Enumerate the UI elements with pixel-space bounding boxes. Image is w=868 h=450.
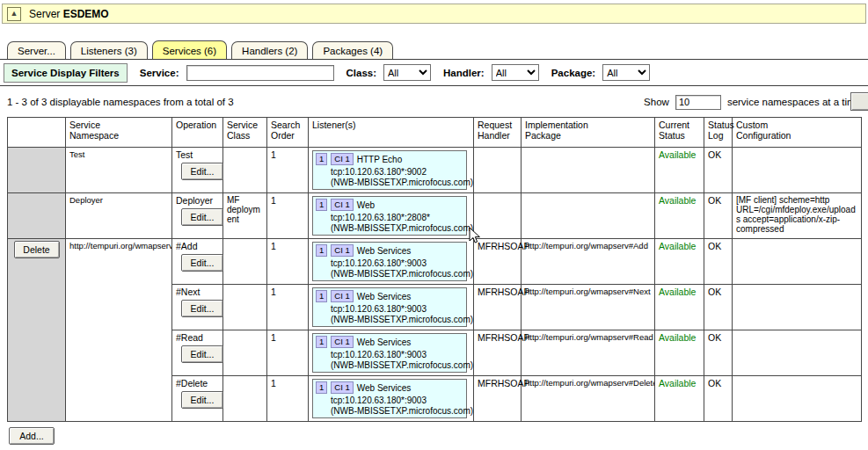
tab-handlers[interactable]: Handlers (2) xyxy=(231,41,308,59)
search-order-cell: 1 xyxy=(267,285,309,330)
listener-class-badge: CI 1 xyxy=(331,336,353,348)
collapse-triangle-icon[interactable]: ▲ xyxy=(7,7,21,21)
listener-class-badge: CI 1 xyxy=(331,290,353,302)
handler-filter-label: Handler: xyxy=(443,68,485,78)
listener-index-badge: 1 xyxy=(316,199,327,211)
search-order-cell: 1 xyxy=(267,376,309,422)
pagination-row: 1 - 3 of 3 displayable namespaces from a… xyxy=(7,92,861,112)
current-status-cell: Available xyxy=(655,239,704,285)
listener-name: Web Services xyxy=(357,383,412,393)
tab-services[interactable]: Services (6) xyxy=(152,40,227,59)
custom-configuration-cell xyxy=(733,376,862,422)
server-title: Server ESDEMO xyxy=(29,8,109,20)
status-log-cell: OK xyxy=(704,376,733,422)
listener-class-badge: CI 1 xyxy=(331,381,353,394)
request-handler-cell: MFRHSOAP xyxy=(474,239,522,285)
implementation-package-cell: http://tempuri.org/wmapserv#Next xyxy=(522,285,655,330)
package-filter-label: Package: xyxy=(551,68,596,78)
tab-server[interactable]: Server... xyxy=(7,41,66,59)
search-order-cell: 1 xyxy=(267,239,309,285)
operation-cell: #Next Edit... xyxy=(172,285,223,330)
actions-cell xyxy=(8,193,66,239)
header-actions xyxy=(8,118,66,148)
header-implementation-package: Implementation Package xyxy=(522,118,655,148)
tab-packages[interactable]: Packages (4) xyxy=(312,41,393,59)
edit-button[interactable]: Edit... xyxy=(181,208,223,226)
listener-address: tcp:10.120.63.180*:9003 xyxy=(313,349,466,359)
implementation-package-cell: http://tempuri.org/wmapserv#Read xyxy=(522,330,655,376)
implementation-package-cell: http://tempuri.org/wmapserv#Add xyxy=(522,239,655,285)
header-search-order: Search Order xyxy=(267,118,309,148)
service-namespace-cell: http://tempuri.org/wmapserv xyxy=(66,239,172,422)
add-button[interactable]: Add... xyxy=(9,427,55,445)
edit-button[interactable]: Edit... xyxy=(181,391,223,409)
current-status-cell: Available xyxy=(655,330,704,376)
listeners-cell: 1 CI 1 HTTP Echo tcp:10.120.63.180*:9002… xyxy=(309,148,474,193)
custom-configuration-cell xyxy=(733,330,862,376)
header-operation: Operation xyxy=(172,118,223,148)
service-class-cell xyxy=(223,148,267,193)
header-current-status: Current Status xyxy=(655,118,704,148)
show-count-input[interactable] xyxy=(675,95,721,110)
edit-button[interactable]: Edit... xyxy=(181,345,223,363)
class-filter-label: Class: xyxy=(346,68,377,78)
listener-address: tcp:10.120.63.180*:9003 xyxy=(313,258,466,268)
table-row: Deployer Deployer Edit... MF deployment … xyxy=(8,193,862,239)
package-filter-select[interactable]: All xyxy=(602,64,650,81)
edit-button[interactable]: Edit... xyxy=(181,163,223,180)
class-filter-select[interactable]: All xyxy=(383,64,431,81)
listener-host: (NWB-MBISSETXP.microfocus.com) xyxy=(313,268,466,279)
header-custom-configuration: Custom Configuration xyxy=(733,118,862,148)
listener-address: tcp:10.120.63.180*:2808* xyxy=(313,212,466,222)
edit-button[interactable]: Edit... xyxy=(181,254,223,272)
header-status-log: Status Log xyxy=(704,118,733,148)
request-handler-cell: MFRHSOAP xyxy=(474,376,522,422)
listener-name: HTTP Echo xyxy=(357,155,403,164)
service-filter-input[interactable] xyxy=(186,65,334,81)
custom-configuration-cell: [MF client] scheme=http URL=/cgi/mfdeplo… xyxy=(733,193,862,239)
service-filter-label: Service: xyxy=(140,68,179,78)
delete-button[interactable]: Delete xyxy=(14,241,60,258)
current-status-cell: Available xyxy=(655,285,704,330)
table-row: Test Test Edit... 1 1 CI 1 HTTP Echo tcp… xyxy=(8,148,862,193)
custom-configuration-cell xyxy=(733,239,862,285)
status-log-cell: OK xyxy=(704,239,733,285)
listener-index-badge: 1 xyxy=(316,336,327,348)
service-class-cell: MF deployment xyxy=(223,193,267,239)
handler-filter-select[interactable]: All xyxy=(492,64,539,81)
search-order-cell: 1 xyxy=(267,148,309,193)
current-status-cell: Available xyxy=(655,376,704,422)
header-request-handler: Request Handler xyxy=(474,118,522,148)
filter-title: Service Display Filters xyxy=(4,63,128,83)
operation-cell: Test Edit... xyxy=(172,148,223,193)
listener-index-badge: 1 xyxy=(316,290,327,302)
implementation-package-cell xyxy=(522,148,655,193)
listeners-cell: 1 CI 1 Web Services tcp:10.120.63.180*:9… xyxy=(309,239,474,285)
listener-entry: 1 CI 1 Web Services tcp:10.120.63.180*:9… xyxy=(312,379,467,418)
listeners-cell: 1 CI 1 Web Services tcp:10.120.63.180*:9… xyxy=(309,330,474,376)
operation-name: #Add xyxy=(176,241,219,251)
tab-listeners[interactable]: Listeners (3) xyxy=(70,41,148,59)
service-class-cell xyxy=(223,285,267,330)
operation-name: #Read xyxy=(176,332,219,343)
partial-edge-button[interactable] xyxy=(850,92,868,111)
listener-host: (NWB-MBISSETXP.microfocus.com) xyxy=(313,359,466,370)
listener-class-badge: CI 1 xyxy=(331,244,353,257)
operation-name: #Delete xyxy=(176,378,219,388)
request-handler-cell: MFRHSOAP xyxy=(474,285,522,330)
header-service-namespace: Service Namespace xyxy=(66,118,172,148)
listener-name: Web Services xyxy=(357,292,412,301)
listeners-cell: 1 CI 1 Web Services tcp:10.120.63.180*:9… xyxy=(309,376,474,422)
implementation-package-cell: http://tempuri.org/wmapserv#Delete xyxy=(522,376,655,422)
pagination-summary: 1 - 3 of 3 displayable namespaces from a… xyxy=(7,97,644,107)
listener-host: (NWB-MBISSETXP.microfocus.com) xyxy=(313,314,466,324)
edit-button[interactable]: Edit... xyxy=(181,300,223,317)
operation-name: #Next xyxy=(176,287,219,297)
listener-entry: 1 CI 1 Web tcp:10.120.63.180*:2808* (NWB… xyxy=(312,196,467,236)
listener-entry: 1 CI 1 Web Services tcp:10.120.63.180*:9… xyxy=(312,242,467,281)
header-service-class: Service Class xyxy=(223,118,267,148)
server-header-bar: ▲ Server ESDEMO xyxy=(2,4,866,24)
listener-name: Web xyxy=(357,200,375,210)
listener-index-badge: 1 xyxy=(316,244,327,257)
listener-entry: 1 CI 1 Web Services tcp:10.120.63.180*:9… xyxy=(312,287,467,327)
